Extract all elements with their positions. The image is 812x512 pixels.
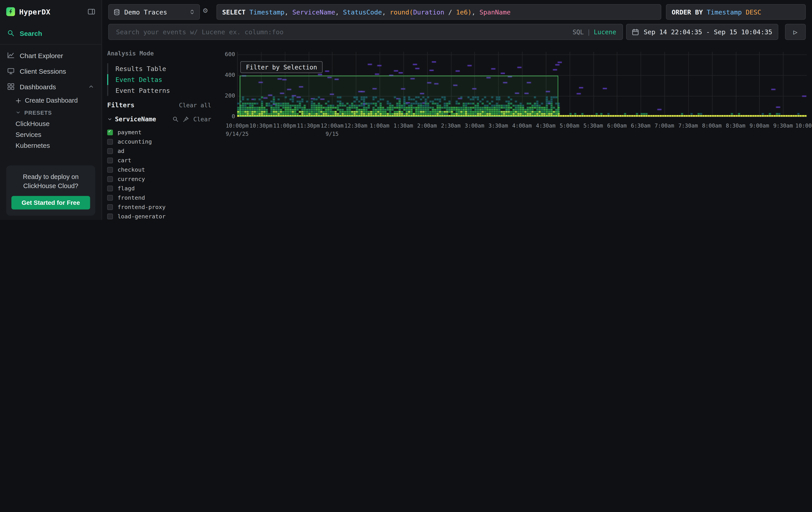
filter-checkbox-row[interactable]: payment <box>107 128 211 137</box>
query-token: Duration <box>413 8 444 16</box>
x-tick-label: 8:30am <box>726 123 745 129</box>
sidebar-item-chart-explorer[interactable]: Chart Explorer <box>0 48 102 63</box>
clear-all-filters-link[interactable]: Clear all <box>179 101 211 109</box>
x-tick-label: 2:00am <box>417 123 437 129</box>
lang-divider: | <box>587 28 591 36</box>
checkbox[interactable] <box>107 148 113 154</box>
sidebar-item-search[interactable]: Search <box>0 25 102 41</box>
filter-checkbox-row[interactable]: flagd <box>107 183 211 193</box>
chevron-down-icon[interactable] <box>107 117 112 122</box>
lang-lucene-toggle[interactable]: Lucene <box>594 28 616 36</box>
query-token: Timestamp <box>250 8 285 16</box>
query-token: ORDER BY <box>672 8 707 16</box>
filter-checkbox-row[interactable]: accounting <box>107 137 211 146</box>
preset-services[interactable]: Services <box>0 129 102 140</box>
sidebar-collapse-icon[interactable] <box>88 8 95 16</box>
sidebar-divider <box>0 44 102 45</box>
analysis-mode-option-event-patterns[interactable]: Event Patterns <box>107 85 211 96</box>
gear-icon[interactable]: ⚙ <box>203 7 208 15</box>
filter-search-icon[interactable] <box>173 116 179 123</box>
preset-clickhouse[interactable]: ClickHouse <box>0 118 102 129</box>
sidebar: HyperDX Search Chart Explorer Client Ses… <box>0 0 102 220</box>
order-by-input[interactable]: ORDER BY Timestamp DESC <box>666 4 806 20</box>
sidebar-item-label: Search <box>20 29 42 37</box>
get-started-button[interactable]: Get Started for Free <box>11 196 90 210</box>
chevron-up-icon[interactable] <box>88 83 94 90</box>
clickhouse-cloud-promo: Ready to deploy on ClickHouse Cloud? Get… <box>6 165 95 216</box>
query-token: / <box>444 8 456 16</box>
checkbox[interactable] <box>107 176 113 182</box>
time-range-picker[interactable]: Sep 14 22:04:35 - Sep 15 10:04:35 <box>626 24 778 40</box>
hyperdx-logo-icon <box>6 7 15 16</box>
query-token: SpanName <box>480 8 511 16</box>
dashboards-grid-icon <box>7 83 15 90</box>
sidebar-item-label: Client Sessions <box>20 67 66 75</box>
lang-sql-toggle[interactable]: SQL <box>573 28 584 36</box>
selection-region[interactable] <box>240 76 558 117</box>
query-token: , <box>472 8 480 16</box>
query-token: , <box>285 8 292 16</box>
x-tick-label: 5:00am <box>560 123 579 129</box>
checkbox[interactable] <box>107 204 113 210</box>
filter-checkbox-row[interactable]: currency <box>107 174 211 184</box>
select-chevrons-icon <box>190 8 195 16</box>
hyperdx-app: HyperDX Search Chart Explorer Client Ses… <box>0 0 812 220</box>
logo-row: HyperDX <box>0 0 102 22</box>
filter-checkbox-row[interactable]: checkout <box>107 165 211 174</box>
y-tick-label: 0 <box>218 113 235 120</box>
filter-checkbox-row[interactable]: frontend <box>107 193 211 202</box>
calendar-icon <box>632 28 639 36</box>
analysis-mode-option-results-table[interactable]: Results Table <box>107 63 211 74</box>
query-token: , <box>382 8 390 16</box>
database-icon <box>113 8 120 15</box>
events-chart: 6004002000 Filter by Selection 10:00pm10… <box>218 46 812 150</box>
checkbox[interactable] <box>107 157 113 163</box>
checkbox[interactable] <box>107 167 113 172</box>
query-token: StatusCode <box>343 8 382 16</box>
query-token: 1e6 <box>456 8 468 16</box>
filter-checkbox-row[interactable]: frontend-proxy <box>107 202 211 212</box>
sql-select-input[interactable]: SELECT Timestamp, ServiceName, StatusCod… <box>216 4 662 20</box>
analysis-mode-option-event-deltas[interactable]: Event Deltas <box>107 74 211 85</box>
checkbox[interactable] <box>107 139 113 144</box>
checkbox[interactable] <box>107 195 113 200</box>
filter-value-label: currency <box>118 176 145 182</box>
create-dashboard-button[interactable]: Create Dashboard <box>0 95 102 107</box>
filter-checkbox-row[interactable]: ad <box>107 146 211 156</box>
x-tick-label: 4:30am <box>536 123 555 129</box>
query-token: round( <box>390 8 413 16</box>
filter-group-header: ServiceName Clear <box>107 115 211 123</box>
sidebar-item-client-sessions[interactable]: Client Sessions <box>0 63 102 79</box>
sidebar-item-dashboards[interactable]: Dashboards <box>0 79 102 95</box>
checkbox[interactable] <box>107 185 113 191</box>
filter-group-servicename: ServiceName Clear paymentaccountingadcar… <box>107 115 211 220</box>
filter-group-name[interactable]: ServiceName <box>115 115 156 123</box>
pin-icon[interactable] <box>183 116 189 123</box>
x-tick-label: 5:30am <box>583 123 603 129</box>
analysis-mode-label: Analysis Mode <box>107 50 211 57</box>
x-date-label: 9/15 <box>325 131 339 137</box>
query-token: ServiceName <box>292 8 335 16</box>
checkbox-checked[interactable] <box>107 129 113 135</box>
x-tick-label: 7:30am <box>678 123 698 129</box>
promo-text-line1: Ready to deploy on <box>11 172 90 182</box>
filter-group-clear-link[interactable]: Clear <box>194 115 211 123</box>
language-switch: SQL | Lucene <box>573 28 616 36</box>
sidebar-item-label: Dashboards <box>20 83 56 90</box>
x-tick-label: 12:30am <box>344 123 367 129</box>
run-query-button[interactable]: ▷ <box>785 24 806 40</box>
search-input[interactable] <box>115 27 573 36</box>
preset-label: ClickHouse <box>16 120 50 128</box>
y-tick-label: 200 <box>218 93 235 99</box>
source-select[interactable]: Demo Traces <box>108 4 200 20</box>
filter-by-selection-tooltip[interactable]: Filter by Selection <box>240 61 323 73</box>
checkbox[interactable] <box>107 213 113 219</box>
presets-toggle[interactable]: PRESETS <box>0 107 102 118</box>
x-tick-label: 9:00am <box>750 123 769 129</box>
filter-checkbox-row[interactable]: cart <box>107 156 211 165</box>
analysis-mode-options: Results TableEvent DeltasEvent Patterns <box>107 63 211 96</box>
preset-kubernetes[interactable]: Kubernetes <box>0 140 102 151</box>
filter-checkbox-row[interactable]: load-generator <box>107 212 211 220</box>
promo-text-line2: ClickHouse Cloud? <box>11 182 90 191</box>
query-token: , <box>335 8 343 16</box>
